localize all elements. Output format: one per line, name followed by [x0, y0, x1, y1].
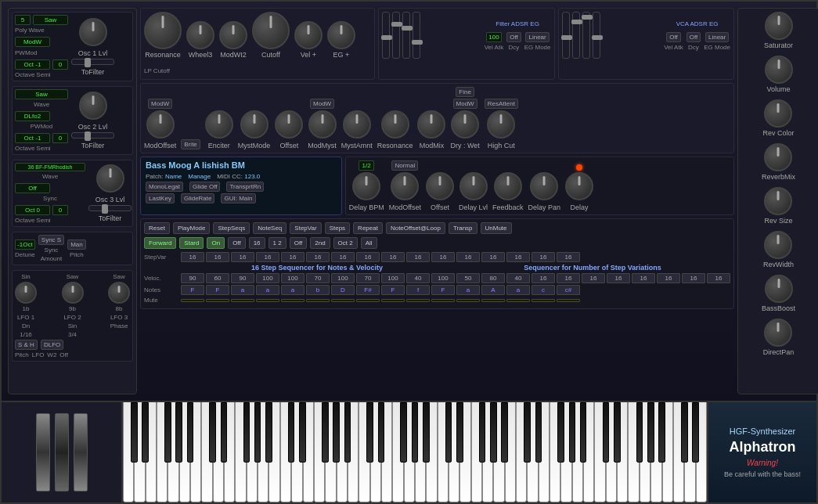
n11[interactable]: a — [456, 285, 480, 295]
delay-offset-knob[interactable] — [426, 172, 454, 200]
sv7[interactable]: 16 — [356, 252, 380, 262]
m14[interactable] — [532, 299, 555, 302]
black-key-30[interactable] — [603, 402, 610, 463]
m11[interactable] — [456, 299, 480, 302]
sv-v4[interactable]: 16 — [632, 273, 655, 283]
gui-main-btn[interactable]: GUI: Main — [221, 193, 255, 203]
black-key-25[interactable] — [524, 402, 531, 463]
v8[interactable]: 100 — [381, 273, 405, 283]
steps-val-btn[interactable]: 16 — [249, 237, 265, 249]
n4[interactable]: a — [281, 285, 304, 295]
resonance2-knob[interactable] — [381, 110, 409, 139]
transprt-btn[interactable]: TransprtRn — [226, 182, 264, 192]
black-key-20[interactable] — [445, 402, 452, 463]
sv5[interactable]: 16 — [306, 252, 330, 262]
forward-btn[interactable]: Forward — [144, 237, 176, 249]
black-key-15[interactable] — [366, 402, 373, 463]
transp-btn[interactable]: Transp — [449, 222, 477, 234]
step-seqs-btn[interactable]: StepSeqs — [213, 222, 250, 234]
reverb-mix-knob[interactable] — [764, 143, 792, 171]
note-offset-btn[interactable]: NoteOffset@Loop — [386, 222, 445, 234]
filter-dcy-slider[interactable] — [392, 12, 400, 59]
delay-bpm-knob[interactable] — [352, 172, 380, 200]
black-key-3[interactable] — [164, 402, 171, 463]
dcy-btn[interactable]: Off — [506, 32, 521, 42]
black-key-20[interactable] — [423, 402, 430, 463]
step-var-btn[interactable]: StepVar — [290, 222, 321, 234]
black-key-15[interactable] — [344, 402, 351, 463]
v0[interactable]: 90 — [181, 273, 204, 283]
oct2-btn[interactable]: Oct 2 — [333, 237, 358, 249]
n3[interactable]: a — [256, 285, 279, 295]
osc2-dfo[interactable]: DLfo2 — [15, 111, 50, 121]
pitch-bar-mid[interactable] — [55, 413, 69, 491]
m9[interactable] — [406, 299, 430, 302]
sync-btn[interactable]: Sync S — [38, 235, 64, 245]
black-key-25[interactable] — [501, 402, 508, 463]
filter-rel-slider[interactable] — [413, 12, 420, 59]
m6[interactable] — [331, 299, 355, 302]
m2[interactable] — [231, 299, 254, 302]
osc3-lvl-knob[interactable] — [96, 164, 124, 193]
black-key-33[interactable] — [636, 402, 643, 463]
vca-dcy-btn[interactable]: Off — [686, 32, 701, 42]
vel-knob[interactable] — [294, 21, 323, 49]
m8[interactable] — [381, 299, 405, 302]
play-mode-btn[interactable]: PlayMode — [173, 222, 211, 234]
n1[interactable]: F — [206, 285, 229, 295]
m4[interactable] — [281, 299, 304, 302]
n5[interactable]: b — [306, 285, 330, 295]
m5[interactable] — [306, 299, 330, 302]
v9[interactable]: 40 — [406, 273, 430, 283]
glide-off-btn[interactable]: Glide Off — [189, 182, 220, 192]
sv14[interactable]: 16 — [532, 252, 555, 262]
vca-dcy-slider[interactable] — [572, 12, 580, 59]
black-key-11[interactable] — [299, 402, 306, 463]
rev-size-knob[interactable] — [764, 187, 792, 215]
normal-btn[interactable]: Normal — [391, 160, 418, 171]
v1[interactable]: 60 — [206, 273, 229, 283]
sv12[interactable]: 16 — [481, 252, 505, 262]
black-key-5[interactable] — [209, 402, 216, 463]
osc2-lvl-knob[interactable] — [79, 92, 107, 120]
delay-main-knob[interactable] — [565, 172, 593, 200]
black-key-9[interactable] — [254, 402, 261, 463]
osc3-sync[interactable]: Off — [15, 183, 50, 193]
repeat-btn[interactable]: Repeat — [353, 222, 383, 234]
saturator-knob[interactable] — [765, 12, 793, 40]
m1[interactable] — [206, 299, 229, 302]
n14[interactable]: c — [532, 285, 555, 295]
black-key-1[interactable] — [142, 402, 149, 463]
direct-pan-knob[interactable] — [764, 319, 792, 347]
lfo2-rate-knob[interactable] — [62, 282, 84, 304]
black-key-10[interactable] — [265, 402, 272, 463]
sv2[interactable]: 16 — [231, 252, 254, 262]
myst-mode-knob[interactable] — [240, 110, 268, 139]
last-key-btn[interactable]: LastKey — [146, 193, 175, 203]
wheel3-knob[interactable] — [186, 21, 214, 49]
dlfo-btn[interactable]: DLFO — [41, 340, 63, 350]
all-btn[interactable]: All — [361, 237, 377, 249]
osc1-wave[interactable]: Saw — [33, 15, 68, 25]
sv13[interactable]: 16 — [506, 252, 530, 262]
n7[interactable]: F# — [356, 285, 380, 295]
vca-vel-btn[interactable]: Off — [666, 32, 681, 42]
n0[interactable]: F — [181, 285, 204, 295]
m7[interactable] — [356, 299, 380, 302]
man-btn[interactable]: Man — [67, 239, 86, 250]
osc2-octave[interactable]: Oct -1 — [15, 133, 50, 143]
black-key-24[interactable] — [490, 402, 497, 463]
sv-v3[interactable]: 16 — [607, 273, 630, 283]
n13[interactable]: a — [506, 285, 530, 295]
fine-btn[interactable]: Fine — [456, 87, 474, 97]
rev-width-knob[interactable] — [764, 231, 792, 259]
osc1-filter-slider[interactable] — [71, 59, 114, 65]
second-btn[interactable]: 2nd — [310, 237, 330, 249]
black-key-18[interactable] — [400, 402, 407, 463]
black-key-26[interactable] — [535, 402, 542, 463]
v7[interactable]: 70 — [356, 273, 380, 283]
sv-v7[interactable]: 16 — [707, 273, 730, 283]
n10[interactable]: F — [431, 285, 455, 295]
v6[interactable]: 100 — [331, 273, 355, 283]
vca-rel-slider[interactable] — [593, 12, 600, 59]
